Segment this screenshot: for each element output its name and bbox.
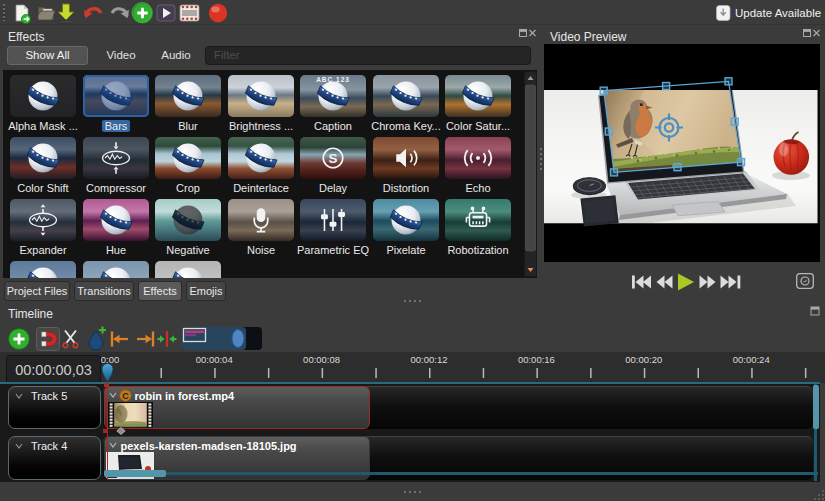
svg-text:S: S	[329, 151, 338, 166]
svg-text:00:00:08: 00:00:08	[303, 354, 340, 365]
svg-text:00:00:20: 00:00:20	[625, 354, 662, 365]
svg-text:00:00:16: 00:00:16	[518, 354, 555, 365]
svg-text:00:00:04: 00:00:04	[196, 354, 233, 365]
svg-text:00:00:24: 00:00:24	[733, 354, 770, 365]
svg-text:00:00:12: 00:00:12	[411, 354, 448, 365]
svg-text:C: C	[122, 391, 129, 401]
